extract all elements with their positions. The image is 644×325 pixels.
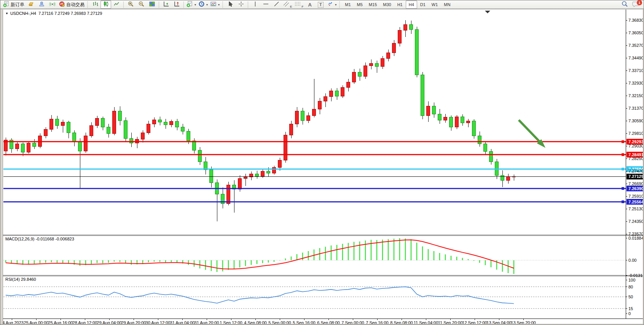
rsi-panel[interactable] xyxy=(6,287,514,304)
zoom-out-icon xyxy=(138,1,145,9)
chart-shift-icon xyxy=(174,1,180,9)
auto-scroll-icon xyxy=(163,1,169,9)
svg-text:0.00: 0.00 xyxy=(628,258,636,263)
community-button[interactable] xyxy=(36,0,47,9)
svg-text:7.25130: 7.25130 xyxy=(628,207,644,211)
horizontal-line-button[interactable] xyxy=(260,0,271,9)
trendline-icon xyxy=(273,1,280,9)
collapse-triangle-icon[interactable]: ▼ xyxy=(5,12,8,15)
svg-text:7.31370: 7.31370 xyxy=(628,106,644,110)
svg-text:7.30590: 7.30590 xyxy=(628,118,644,123)
bar-chart-button[interactable] xyxy=(90,0,100,9)
price-level-lines[interactable]: 7.292937.284917.275947.263907.255647.271… xyxy=(3,139,644,205)
trendline-button[interactable] xyxy=(271,0,282,9)
toolbar-drag-handle[interactable] xyxy=(339,2,341,8)
toolbar-separator xyxy=(183,2,184,8)
timeframe-button-mn[interactable]: MN xyxy=(441,0,453,9)
chart-canvas: 7.292937.284917.275947.263907.255647.271… xyxy=(0,10,644,325)
arrows-icon xyxy=(327,1,333,9)
rsi-name: RSI(14) xyxy=(5,277,20,282)
zoom-in-button[interactable] xyxy=(125,0,136,9)
arrow-annotation[interactable] xyxy=(519,120,545,148)
periods-button[interactable]: ▾ xyxy=(197,0,209,9)
search-icon[interactable] xyxy=(621,0,628,9)
toolbar-separator xyxy=(123,2,124,8)
rsi-value: 29.8460 xyxy=(21,277,36,282)
timeframe-button-m15[interactable]: M15 xyxy=(366,0,380,9)
toolbar-separator xyxy=(159,2,159,8)
text-label-icon: T xyxy=(318,2,324,8)
macd-values: -0.011668 -0.006823 xyxy=(35,237,74,241)
svg-text:7.26390: 7.26390 xyxy=(628,186,644,191)
toolbar-drag-handle[interactable] xyxy=(222,2,224,8)
toolbar-drag-handle[interactable] xyxy=(87,2,89,8)
templates-icon xyxy=(210,1,217,9)
timeframe-button-d1[interactable]: D1 xyxy=(417,0,429,9)
svg-text:7.26690: 7.26690 xyxy=(628,181,644,186)
svg-text:7.29810: 7.29810 xyxy=(628,131,644,136)
market-button[interactable] xyxy=(26,0,36,9)
chart-quote: 7.27116 7.27249 7.26983 7.27129 xyxy=(38,11,102,16)
vertical-line-button[interactable] xyxy=(250,0,260,9)
svg-text:7.25910: 7.25910 xyxy=(628,194,644,199)
toolbar-separator xyxy=(248,2,248,8)
svg-text:7.33710: 7.33710 xyxy=(628,68,644,73)
svg-text:0.01884: 0.01884 xyxy=(628,236,644,240)
text-tool-button[interactable]: A xyxy=(304,0,315,9)
chat-button[interactable]: 1 xyxy=(632,1,641,8)
candlestick-chart-button[interactable] xyxy=(100,0,111,9)
bar-chart-icon xyxy=(92,1,99,9)
svg-text:-0.01312: -0.01312 xyxy=(628,273,644,278)
timeframe-button-m1[interactable]: M1 xyxy=(342,0,354,9)
auto-scroll-button[interactable] xyxy=(161,0,171,9)
candlestick-chart[interactable] xyxy=(4,20,516,221)
cursor-icon xyxy=(227,1,234,9)
svg-text:7.36830: 7.36830 xyxy=(628,18,644,22)
templates-button[interactable]: ▾ xyxy=(209,0,221,9)
text-tool-icon: A xyxy=(308,2,312,8)
market-gold-icon xyxy=(28,1,34,9)
zoom-out-button[interactable] xyxy=(136,0,147,9)
chart-title: ▼USDCNH-,H4 7.27116 7.27249 7.26983 7.27… xyxy=(5,11,102,16)
tile-windows-button[interactable] xyxy=(147,0,157,9)
signals-icon xyxy=(49,1,56,9)
indicators-button[interactable]: ▾ xyxy=(185,0,197,9)
new-order-icon xyxy=(3,1,10,9)
svg-text:7.32150: 7.32150 xyxy=(628,93,644,98)
timeframe-button-w1[interactable]: W1 xyxy=(429,0,441,9)
rsi-label: RSI(14) 29.8460 xyxy=(5,277,36,282)
periods-caret: ▾ xyxy=(206,3,208,6)
chart-symbol-period: USDCNH-,H4 xyxy=(10,11,36,16)
fibonacci-button[interactable]: F xyxy=(293,0,304,9)
arrows-button[interactable]: ▾ xyxy=(326,0,338,9)
text-label-button[interactable]: T xyxy=(315,0,326,9)
signals-button[interactable] xyxy=(47,0,57,9)
timeframe-button-h1[interactable]: H1 xyxy=(394,0,406,9)
chart-shift-button[interactable] xyxy=(171,0,182,9)
macd-name: MACD(12,26,9) xyxy=(5,237,34,241)
new-order-button[interactable]: 新订单 xyxy=(2,0,26,9)
timeframe-button-m5[interactable]: M5 xyxy=(354,0,366,9)
cursor-button[interactable] xyxy=(225,0,236,9)
macd-label: MACD(12,26,9) -0.011668 -0.006823 xyxy=(5,237,74,241)
mt4-window: 新订单 自动交易 xyxy=(0,0,644,325)
macd-panel[interactable] xyxy=(6,238,514,274)
auto-trading-button[interactable]: 自动交易 xyxy=(57,0,86,9)
fibonacci-letter: F xyxy=(301,5,303,8)
line-chart-button[interactable] xyxy=(111,0,122,9)
svg-text:7.25564: 7.25564 xyxy=(628,200,644,204)
channel-button[interactable]: E xyxy=(282,0,293,9)
svg-text:100: 100 xyxy=(628,278,635,282)
toolbar: 新订单 自动交易 xyxy=(0,0,644,9)
line-chart-icon xyxy=(113,1,120,9)
timeframe-button-m30[interactable]: M30 xyxy=(380,0,394,9)
zoom-in-icon xyxy=(128,1,134,9)
horizontal-line-icon xyxy=(263,1,269,9)
auto-trading-icon xyxy=(59,1,65,9)
timeframe-button-h4[interactable]: H4 xyxy=(406,0,417,9)
svg-text:7.24350: 7.24350 xyxy=(628,219,644,224)
svg-text:7.36050: 7.36050 xyxy=(628,30,644,35)
tile-windows-icon xyxy=(149,1,155,9)
crosshair-button[interactable] xyxy=(236,0,246,9)
axes-layer: 7.368307.360507.352707.344907.337107.329… xyxy=(0,10,644,325)
